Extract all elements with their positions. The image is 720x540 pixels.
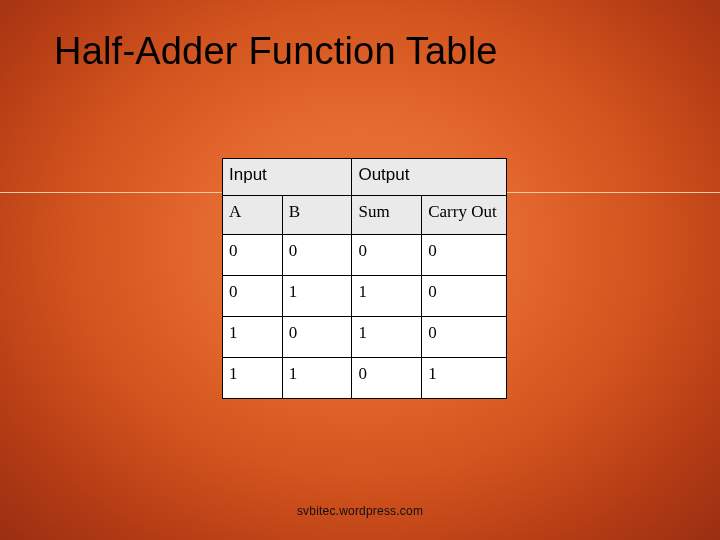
cell-a: 1 xyxy=(223,316,283,357)
col-header-carry: Carry Out xyxy=(422,196,507,235)
cell-sum: 1 xyxy=(352,275,422,316)
cell-carry: 1 xyxy=(422,357,507,398)
cell-a: 1 xyxy=(223,357,283,398)
cell-sum: 0 xyxy=(352,357,422,398)
col-header-sum: Sum xyxy=(352,196,422,235)
group-header-input: Input xyxy=(223,159,352,196)
column-header-row: A B Sum Carry Out xyxy=(223,196,507,235)
table-row: 1 0 1 0 xyxy=(223,316,507,357)
footer-attribution: svbitec.wordpress.com xyxy=(0,504,720,518)
cell-sum: 1 xyxy=(352,316,422,357)
truth-table: Input Output A B Sum Carry Out 0 0 0 0 0… xyxy=(222,158,507,399)
group-header-output: Output xyxy=(352,159,507,196)
col-header-b: B xyxy=(282,196,352,235)
cell-a: 0 xyxy=(223,275,283,316)
cell-b: 1 xyxy=(282,275,352,316)
cell-b: 0 xyxy=(282,316,352,357)
cell-b: 0 xyxy=(282,234,352,275)
cell-a: 0 xyxy=(223,234,283,275)
cell-carry: 0 xyxy=(422,275,507,316)
cell-carry: 0 xyxy=(422,316,507,357)
group-header-row: Input Output xyxy=(223,159,507,196)
slide-title: Half-Adder Function Table xyxy=(54,30,498,73)
table-row: 0 1 1 0 xyxy=(223,275,507,316)
cell-b: 1 xyxy=(282,357,352,398)
col-header-a: A xyxy=(223,196,283,235)
table-row: 1 1 0 1 xyxy=(223,357,507,398)
cell-carry: 0 xyxy=(422,234,507,275)
table-row: 0 0 0 0 xyxy=(223,234,507,275)
cell-sum: 0 xyxy=(352,234,422,275)
